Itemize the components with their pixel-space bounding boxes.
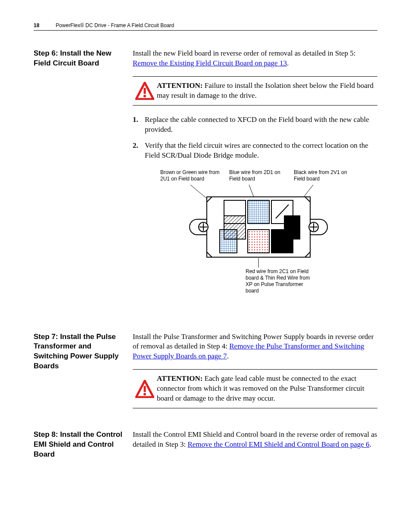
step7-intro: Install the Pulse Transformer and Switch… [133,332,377,362]
item-number: 1. [133,115,145,135]
page-header: 18 PowerFlex® DC Drive - Frame A Field C… [34,22,377,31]
step8-intro: Install the Control EMI Shield and Contr… [133,430,377,450]
step6-intro-link[interactable]: Remove the Existing Field Circuit Board … [133,59,287,67]
step7-section: Step 7: Install the Pulse Transformer an… [34,332,377,418]
step6-section: Step 6: Install the New Field Circuit Bo… [34,49,377,320]
step6-intro: Install the new Field board in reverse o… [133,49,377,68]
warning-icon [133,81,157,101]
wiring-diagram: Brown or Green wire from 2U1 on Field bo… [160,169,350,307]
svg-rect-24 [224,216,246,239]
diagram-label-black: Black wire from 2V1 on Field board [294,169,350,182]
step6-list: 1.Replace the cable connected to XFCD on… [133,115,377,161]
item-text: Verify that the field circuit wires are … [145,141,377,161]
step6-heading: Step 6: Install the New Field Circuit Bo… [34,49,133,68]
step6-body: Install the new Field board in reverse o… [133,49,377,320]
step6-attention-text: ATTENTION: Failure to install the Isolat… [157,81,375,101]
attention-label: ATTENTION: [157,374,202,383]
step8-heading: Step 8: Install the Control EMI Shield a… [34,430,133,460]
step6-item-2: 2.Verify that the field circuit wires ar… [133,141,377,161]
wiring-diagram-wrap: Brown or Green wire from 2U1 on Field bo… [133,169,377,307]
svg-rect-20 [248,200,269,224]
svg-rect-29 [144,386,146,392]
diagram-label-brown: Brown or Green wire from 2U1 on Field bo… [160,169,221,182]
step8-section: Step 8: Install the Control EMI Shield a… [34,430,377,460]
step8-body: Install the Control EMI Shield and Contr… [133,430,377,450]
step6-attention: ATTENTION: Failure to install the Isolat… [133,76,377,106]
step6-item-1: 1.Replace the cable connected to XFCD on… [133,115,377,135]
svg-point-1 [143,95,146,97]
step7-attention-text: ATTENTION: Each gate lead cable must be … [157,374,375,404]
step7-heading: Step 7: Install the Pulse Transformer an… [34,332,133,372]
svg-rect-25 [248,230,269,253]
step7-intro-post: . [227,352,229,360]
step7-attention: ATTENTION: Each gate lead cable must be … [133,369,377,408]
step7-body: Install the Pulse Transformer and Switch… [133,332,377,418]
step8-intro-link[interactable]: Remove the Control EMI Shield and Contro… [187,440,369,448]
item-number: 2. [133,141,145,161]
svg-rect-0 [144,88,146,94]
step8-intro-post: . [370,440,371,448]
diagram-label-red: Red wire from 2C1 on Field board & Thin … [246,268,310,294]
item-text: Replace the cable connected to XFCD on t… [145,115,377,135]
svg-rect-27 [284,216,300,239]
doc-title: PowerFlex® DC Drive - Frame A Field Circ… [56,22,174,28]
warning-icon [133,374,157,404]
diagram-label-blue: Blue wire from 2D1 on Field board [229,169,281,182]
svg-point-30 [143,393,146,395]
page-number: 18 [34,22,39,28]
step6-intro-post: . [287,59,289,67]
attention-label: ATTENTION: [157,81,202,90]
step6-intro-pre: Install the new Field board in reverse o… [133,49,355,57]
